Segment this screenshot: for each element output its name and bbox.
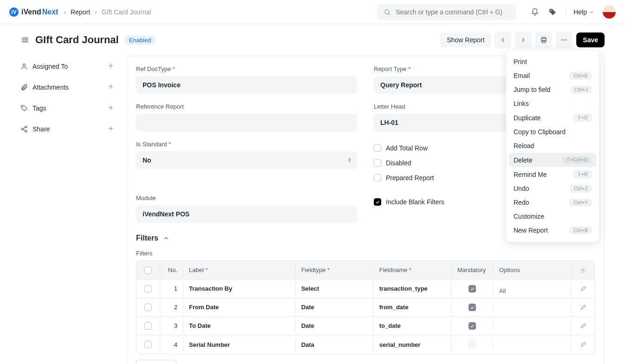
menu-item-links[interactable]: Links	[506, 97, 599, 110]
sidebar-item-share[interactable]: Share +	[20, 118, 113, 139]
menu-item-redo[interactable]: RedoCtrl+Y	[506, 195, 599, 209]
search-box[interactable]	[377, 4, 516, 20]
row-checkbox[interactable]	[137, 281, 160, 296]
next-button[interactable]	[515, 32, 532, 48]
menu-item-email[interactable]: EmailCtrl+E	[506, 69, 599, 83]
header-options: Options	[493, 263, 571, 277]
module-input[interactable]: iVendNext POS	[136, 205, 357, 223]
menu-item-undo[interactable]: UndoCtrl+Z	[506, 182, 599, 195]
row-fieldtype[interactable]: Select	[295, 281, 373, 296]
save-button[interactable]: Save	[576, 32, 605, 47]
breadcrumb-parent[interactable]: Report	[71, 8, 90, 16]
more-dropdown-menu: PrintEmailCtrl+EJump to fieldCtrl+JLinks…	[506, 50, 599, 242]
row-options[interactable]: All Purchase	[493, 284, 571, 294]
menu-item-label: Reload	[514, 142, 534, 150]
row-label[interactable]: To Date	[183, 318, 295, 333]
ref-doctype-input[interactable]: POS Invoice	[136, 76, 357, 94]
menu-item-new-report[interactable]: New ReportCtrl+B	[506, 223, 599, 237]
sidebar-item-attachments[interactable]: Attachments +	[20, 77, 113, 98]
sidebar-item-assigned-to[interactable]: Assigned To +	[20, 56, 113, 77]
menu-item-label: Jump to field	[514, 86, 550, 93]
row-edit[interactable]	[571, 338, 594, 351]
field-label: Reference Report	[136, 103, 357, 110]
menu-item-delete[interactable]: Delete⇧+Ctrl+D	[509, 153, 596, 167]
row-label[interactable]: Serial Number	[183, 338, 295, 352]
menu-shortcut: Ctrl+J	[571, 86, 592, 93]
row-edit[interactable]	[571, 300, 594, 314]
header-checkbox[interactable]	[137, 263, 160, 278]
add-row-button[interactable]: Add Row	[136, 360, 176, 364]
bell-icon[interactable]	[530, 7, 540, 17]
topbar-icons: Help	[530, 6, 616, 19]
status-badge: Enabled	[124, 35, 156, 45]
row-mandatory[interactable]	[451, 281, 493, 296]
reference-report-input[interactable]	[136, 114, 357, 131]
header-settings[interactable]	[571, 263, 594, 277]
menu-shortcut: ⇧+D	[573, 114, 592, 122]
row-edit[interactable]	[571, 319, 594, 333]
menu-item-label: Customize	[514, 213, 544, 220]
menu-item-remind-me[interactable]: Remind Me⇧+R	[506, 167, 599, 182]
row-mandatory[interactable]	[451, 318, 493, 333]
chevron-up-icon	[163, 235, 169, 241]
field-reference-report: Reference Report	[136, 103, 357, 131]
menu-item-label: Duplicate	[514, 114, 540, 122]
row-fieldname[interactable]: from_date	[373, 300, 451, 314]
table-row[interactable]: 3To DateDateto_date	[137, 317, 594, 335]
plus-icon[interactable]: +	[108, 61, 113, 71]
row-options[interactable]	[493, 322, 571, 330]
show-report-button[interactable]: Show Report	[440, 32, 491, 47]
menu-item-duplicate[interactable]: Duplicate⇧+D	[506, 110, 599, 125]
row-mandatory[interactable]	[451, 337, 493, 352]
sidebar-item-label: Tags	[33, 104, 46, 112]
row-checkbox[interactable]	[137, 300, 160, 315]
row-checkbox[interactable]	[137, 337, 160, 352]
svg-line-1	[389, 13, 390, 15]
filters-table: No. Label * Fieldtype * Fieldname * Mand…	[136, 260, 595, 354]
row-options[interactable]	[493, 341, 571, 348]
table-row[interactable]: 1Transaction BySelecttransaction_typeAll…	[137, 280, 594, 298]
menu-item-label: New Report	[514, 227, 548, 234]
row-fieldtype[interactable]: Data	[295, 338, 373, 352]
row-options[interactable]	[493, 304, 571, 311]
svg-point-12	[23, 64, 25, 66]
table-row[interactable]: 4Serial NumberDataserial_number	[137, 335, 594, 354]
menu-item-label: Remind Me	[514, 171, 547, 178]
menu-item-copy-to-clipboard[interactable]: Copy to Clipboard	[506, 125, 599, 139]
filters-sub-label: Filters	[136, 250, 595, 257]
row-fieldtype[interactable]: Date	[295, 300, 373, 314]
menu-item-print[interactable]: Print	[506, 55, 599, 69]
menu-item-customize[interactable]: Customize	[506, 209, 599, 223]
row-mandatory[interactable]	[451, 300, 493, 315]
more-menu-button[interactable]	[556, 32, 573, 48]
row-edit[interactable]	[571, 282, 594, 296]
is-standard-select[interactable]: No ▲▼	[136, 151, 357, 169]
table-row[interactable]: 2From DateDatefrom_date	[137, 298, 594, 317]
row-fieldname[interactable]: serial_number	[373, 338, 451, 352]
search-input[interactable]	[396, 8, 510, 16]
plus-icon[interactable]: +	[108, 103, 113, 113]
row-fieldname[interactable]: transaction_type	[373, 281, 451, 296]
menu-item-label: Undo	[514, 185, 529, 192]
user-icon	[20, 63, 28, 70]
print-button[interactable]	[535, 32, 552, 48]
paperclip-icon	[20, 84, 28, 91]
menu-shortcut: Ctrl+Y	[570, 199, 592, 206]
menu-toggle-icon[interactable]	[20, 35, 30, 45]
row-fieldtype[interactable]: Date	[295, 318, 373, 333]
field-ref-doctype: Ref DocType * POS Invoice	[136, 65, 357, 94]
plus-icon[interactable]: +	[108, 124, 113, 134]
row-label[interactable]: From Date	[183, 300, 295, 314]
prev-button[interactable]	[495, 32, 511, 48]
help-button[interactable]: Help	[566, 8, 594, 16]
sidebar-item-tags[interactable]: Tags +	[20, 98, 113, 118]
menu-item-reload[interactable]: Reload	[506, 139, 599, 153]
menu-item-jump-to-field[interactable]: Jump to fieldCtrl+J	[506, 83, 599, 97]
user-avatar[interactable]	[603, 6, 616, 19]
row-fieldname[interactable]: to_date	[373, 318, 451, 333]
plus-icon[interactable]: +	[108, 82, 113, 92]
row-checkbox[interactable]	[137, 318, 160, 333]
brand-logo[interactable]: iV iVendNext	[9, 7, 58, 17]
tag-icon[interactable]	[548, 7, 557, 17]
row-label[interactable]: Transaction By	[183, 281, 295, 296]
